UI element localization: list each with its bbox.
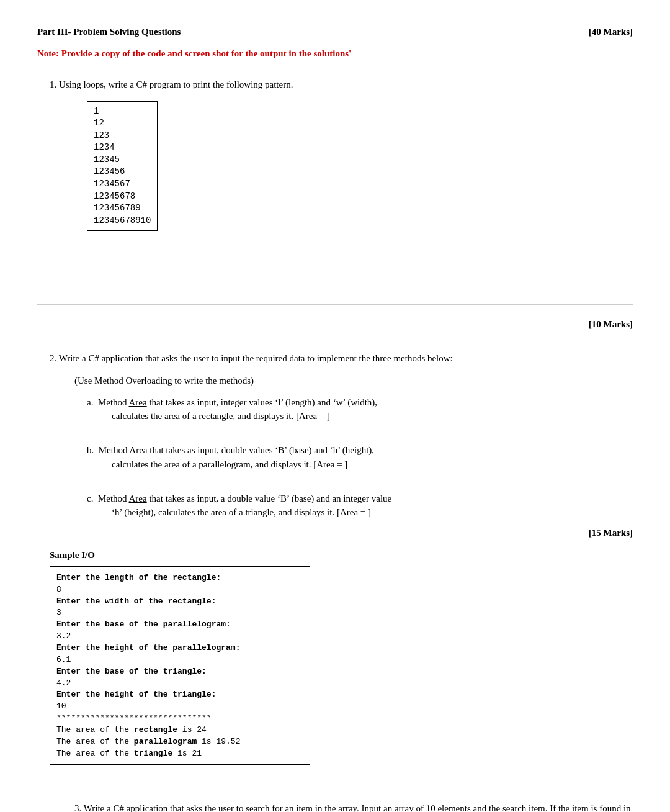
pattern-line-3: 123 [94, 130, 151, 142]
part-header: Part III- Problem Solving Questions [40 … [37, 25, 633, 39]
total-marks: [40 Marks] [589, 25, 633, 39]
io-line-14: The area of the rectangle is 24 [56, 724, 303, 736]
method-c-label: c. Method Area that takes as input, a do… [87, 494, 391, 503]
method-c-detail: ‘h’ (height), calculates the area of a t… [112, 505, 633, 520]
method-a-name: Area [129, 397, 147, 407]
pattern-line-2: 12 [94, 117, 151, 130]
q2-marks: [15 Marks] [37, 526, 633, 540]
pattern-line-7: 1234567 [94, 178, 151, 191]
io-line-12: 10 [56, 701, 303, 713]
method-b-detail: calculates the area of a parallelogram, … [112, 458, 633, 472]
question-2: 2. Write a C# application that asks the … [37, 351, 633, 775]
io-line-8: 6.1 [56, 654, 303, 666]
io-line-16: The area of the triangle is 21 [56, 748, 303, 760]
method-b-name: Area [129, 445, 147, 455]
method-a: a. Method Area that takes as input, inte… [87, 395, 633, 423]
io-line-5: Enter the base of the parallelogram: [56, 619, 303, 631]
io-line-10: 4.2 [56, 678, 303, 690]
q1-number: 1. [50, 79, 56, 89]
io-line-2: 8 [56, 584, 303, 596]
q2-number: 2. [50, 353, 56, 363]
pattern-line-1: 1 [94, 106, 151, 118]
pattern-line-6: 123456 [94, 166, 151, 178]
section-divider [37, 304, 633, 305]
sample-io-label: Sample I/O [50, 548, 633, 562]
method-c: c. Method Area that takes as input, a do… [87, 492, 633, 520]
q3-text: 3. Write a C# application that asks the … [74, 801, 633, 812]
q2-description: Write a C# application that asks the use… [59, 353, 453, 363]
io-line-4: 3 [56, 607, 303, 619]
question-3: 3. Write a C# application that asks the … [37, 801, 633, 812]
io-line-13: ******************************** [56, 713, 303, 724]
method-a-label: a. Method Area that takes as input, inte… [87, 397, 377, 407]
method-c-name: Area [129, 494, 147, 503]
part-title: Part III- Problem Solving Questions [37, 25, 181, 39]
sample-io-box: Enter the length of the rectangle: 8 Ent… [50, 566, 310, 765]
q1-text: 1. Using loops, write a C# program to pr… [50, 78, 633, 92]
io-line-9: Enter the base of the triangle: [56, 666, 303, 678]
pattern-line-4: 1234 [94, 142, 151, 154]
io-line-15: The area of the parallelogram is 19.52 [56, 736, 303, 748]
q1-pattern-box: 1 12 123 1234 12345 123456 1234567 12345… [87, 101, 158, 232]
question-1: 1. Using loops, write a C# program to pr… [37, 78, 633, 237]
method-b: b. Method Area that takes as input, doub… [87, 443, 633, 471]
io-line-3: Enter the width of the rectangle: [56, 596, 303, 608]
q2-method-intro: (Use Method Overloading to write the met… [74, 374, 633, 388]
io-line-11: Enter the height of the triangle: [56, 689, 303, 701]
q1-marks-right: [10 Marks] [37, 317, 633, 332]
pattern-line-5: 12345 [94, 154, 151, 166]
io-line-6: 3.2 [56, 631, 303, 643]
io-line-1: Enter the length of the rectangle: [56, 572, 303, 584]
method-b-label: b. Method Area that takes as input, doub… [87, 445, 374, 455]
method-a-detail: calculates the area of a rectangle, and … [112, 409, 633, 423]
q2-text: 2. Write a C# application that asks the … [50, 351, 633, 366]
io-line-7: Enter the height of the parallelogram: [56, 643, 303, 654]
note: Note: Provide a copy of the code and scr… [37, 47, 633, 61]
q3-number: 3. [74, 803, 81, 812]
pattern-line-10: 12345678910 [94, 215, 151, 227]
pattern-line-8: 12345678 [94, 191, 151, 203]
pattern-line-9: 123456789 [94, 202, 151, 215]
q1-description: Using loops, write a C# program to print… [59, 79, 293, 89]
